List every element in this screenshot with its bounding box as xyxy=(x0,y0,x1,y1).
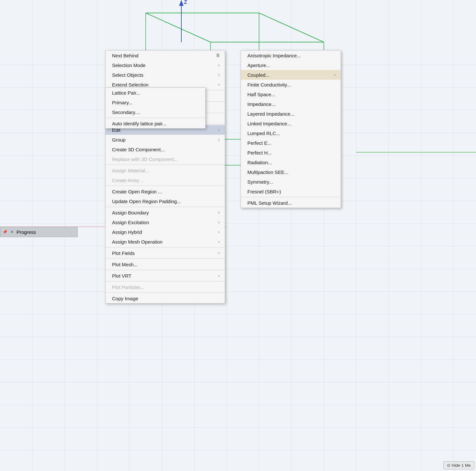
submenu-item-finite-conductivity-label: Finite Conductivity... xyxy=(247,82,291,87)
close-panel-icon[interactable]: ✕ xyxy=(9,229,15,235)
submenu-item-lattice-pair[interactable]: Lattice Pair... xyxy=(106,88,205,98)
menu-item-assign-mesh[interactable]: Assign Mesh Operation › xyxy=(106,237,225,247)
menu-item-next-behind-label: Next Behind xyxy=(112,53,139,58)
menu-item-assign-excitation[interactable]: Assign Excitation › xyxy=(106,217,225,227)
submenu-item-impedance-label: Impedance... xyxy=(247,101,276,107)
submenu-item-primary-label: Primary... xyxy=(112,100,132,105)
panel-title: Progress xyxy=(17,229,36,235)
menu-item-plot-fields-label: Plot Fields xyxy=(112,250,135,256)
menu-item-assign-excitation-label: Assign Excitation xyxy=(112,220,149,225)
submenu-item-finite-conductivity[interactable]: Finite Conductivity... xyxy=(241,80,341,89)
submenu-item-multipaction-see[interactable]: Multipaction SEE... xyxy=(241,167,341,177)
submenu-item-perfect-h[interactable]: Perfect H... xyxy=(241,148,341,157)
menu-item-next-behind-shortcut: B xyxy=(217,53,220,58)
chevron-right-icon: › xyxy=(334,73,335,77)
menu-item-group[interactable]: Group › xyxy=(106,135,225,144)
submenu-item-perfect-h-label: Perfect H... xyxy=(247,150,272,155)
separator-5 xyxy=(106,165,225,165)
submenu-item-aperture[interactable]: Aperture... xyxy=(241,60,341,70)
menu-item-plot-vrt[interactable]: Plot VRT › xyxy=(106,271,225,281)
menu-item-plot-vrt-label: Plot VRT xyxy=(112,273,131,279)
submenu-separator xyxy=(106,118,205,118)
chevron-right-icon: › xyxy=(218,82,220,87)
menu-item-group-label: Group xyxy=(112,137,126,143)
submenu-item-radiation[interactable]: Radiation... xyxy=(241,157,341,167)
submenu-item-fresnel[interactable]: Fresnel (SBR+) xyxy=(241,187,341,196)
submenu-item-impedance[interactable]: Impedance... xyxy=(241,99,341,109)
separator-11 xyxy=(106,281,225,281)
hide-button-label: ⊙ Hide 1 Me xyxy=(447,463,471,468)
separator-7 xyxy=(106,207,225,207)
chevron-right-icon: › xyxy=(218,239,220,244)
submenu-item-pml-wizard[interactable]: PML Setup Wizard... xyxy=(241,198,341,208)
menu-item-select-objects[interactable]: Select Objects › xyxy=(106,70,225,80)
menu-item-plot-particles: Plot Particles... xyxy=(106,282,225,292)
submenu-item-radiation-label: Radiation... xyxy=(247,160,272,165)
menu-item-plot-mesh[interactable]: Plot Mesh... xyxy=(106,259,225,269)
boundary-submenu-separator xyxy=(241,197,341,197)
submenu-item-secondary-label: Secondary.... xyxy=(112,109,140,115)
menu-item-next-behind[interactable]: Next Behind B xyxy=(106,51,225,60)
submenu-item-lattice-pair-label: Lattice Pair... xyxy=(112,90,140,96)
submenu-extend-selection: Lattice Pair... Primary... Secondary....… xyxy=(105,87,206,129)
submenu-item-fresnel-label: Fresnel (SBR+) xyxy=(247,189,281,194)
separator-12 xyxy=(106,293,225,293)
menu-item-assign-mesh-label: Assign Mesh Operation xyxy=(112,239,163,245)
menu-item-plot-mesh-label: Plot Mesh... xyxy=(112,262,138,267)
menu-item-assign-boundary-label: Assign Boundary xyxy=(112,210,149,215)
menu-item-assign-material: Assign Material... xyxy=(106,166,225,175)
menu-item-plot-particles-label: Plot Particles... xyxy=(112,284,144,290)
chevron-right-icon: › xyxy=(218,63,220,67)
separator-8 xyxy=(106,247,225,247)
submenu-item-auto-identify[interactable]: Auto Identify lattice pair... xyxy=(106,119,205,128)
submenu-item-multipaction-see-label: Multipaction SEE... xyxy=(247,169,289,175)
submenu-item-layered-impedance-label: Layered Impedance... xyxy=(247,111,294,117)
svg-text:Z: Z xyxy=(184,0,187,5)
chevron-right-icon: › xyxy=(218,137,220,142)
submenu-item-layered-impedance[interactable]: Layered Impedance... xyxy=(241,109,341,119)
menu-item-copy-image[interactable]: Copy Image xyxy=(106,293,225,303)
chevron-right-icon: › xyxy=(218,128,220,132)
pin-icon[interactable]: 📌 xyxy=(2,229,7,235)
menu-item-create-open-region-label: Create Open Region ... xyxy=(112,189,162,194)
menu-item-replace-3d-label: Replace with 3D Component... xyxy=(112,156,178,162)
submenu-item-linked-impedance[interactable]: Linked Impedance... xyxy=(241,119,341,128)
menu-item-create-3d[interactable]: Create 3D Component... xyxy=(106,144,225,154)
submenu-item-perfect-e[interactable]: Perfect E... xyxy=(241,138,341,148)
hide-button[interactable]: ⊙ Hide 1 Me xyxy=(443,461,474,469)
submenu-item-primary[interactable]: Primary... xyxy=(106,98,205,107)
submenu-item-symmetry[interactable]: Symmetry... xyxy=(241,177,341,187)
menu-item-update-open-region[interactable]: Update Open Region Padding... xyxy=(106,196,225,206)
submenu-item-secondary[interactable]: Secondary.... xyxy=(106,107,205,117)
menu-item-plot-fields[interactable]: Plot Fields › xyxy=(106,248,225,258)
chevron-right-icon: › xyxy=(218,251,220,255)
separator-10 xyxy=(106,270,225,270)
menu-item-create-open-region[interactable]: Create Open Region ... xyxy=(106,187,225,196)
menu-item-copy-image-label: Copy Image xyxy=(112,296,138,301)
submenu-item-half-space-label: Half Space... xyxy=(247,92,275,97)
submenu-item-auto-identify-label: Auto Identify lattice pair... xyxy=(112,121,166,126)
menu-item-assign-material-label: Assign Material... xyxy=(112,168,149,173)
chevron-right-icon: › xyxy=(218,210,220,215)
submenu-item-coupled-label: Coupled... xyxy=(247,72,269,78)
chevron-right-icon: › xyxy=(218,220,220,224)
chevron-right-icon: › xyxy=(218,273,220,278)
menu-item-extend-selection-label: Extend Selection xyxy=(112,82,149,87)
chevron-right-icon: › xyxy=(218,230,220,234)
menu-item-create-array-label: Create Array ... xyxy=(112,178,145,183)
menu-item-create-array: Create Array ... xyxy=(106,175,225,185)
submenu-item-anisotropic[interactable]: Anisotropic Impedance... xyxy=(241,51,341,60)
submenu-item-lumped-rlc[interactable]: Lumped RLC... xyxy=(241,128,341,138)
submenu-item-pml-wizard-label: PML Setup Wizard... xyxy=(247,200,292,206)
submenu-item-anisotropic-label: Anisotropic Impedance... xyxy=(247,53,301,58)
submenu-item-perfect-e-label: Perfect E... xyxy=(247,140,271,146)
menu-item-assign-hybrid[interactable]: Assign Hybrid › xyxy=(106,227,225,237)
menu-item-assign-boundary[interactable]: Assign Boundary › xyxy=(106,208,225,217)
submenu-item-linked-impedance-label: Linked Impedance... xyxy=(247,121,291,126)
submenu-item-coupled[interactable]: Coupled... › xyxy=(241,70,341,80)
submenu-item-half-space[interactable]: Half Space... xyxy=(241,89,341,99)
menu-item-assign-hybrid-label: Assign Hybrid xyxy=(112,229,142,235)
menu-item-replace-3d: Replace with 3D Component... xyxy=(106,154,225,164)
submenu-item-lumped-rlc-label: Lumped RLC... xyxy=(247,131,280,136)
menu-item-selection-mode[interactable]: Selection Mode › xyxy=(106,60,225,70)
